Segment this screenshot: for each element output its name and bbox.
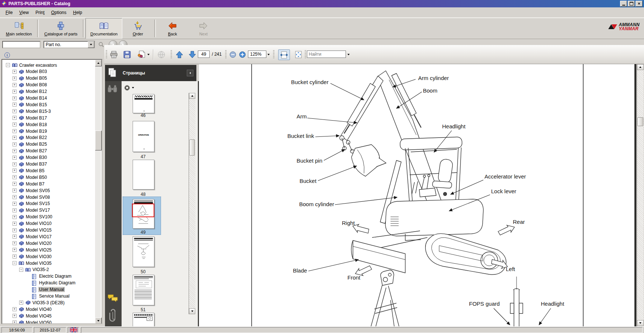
search-icon[interactable] <box>98 41 105 49</box>
tree-expand-expand-icon[interactable]: + <box>13 103 17 107</box>
part-number-input[interactable] <box>2 41 41 48</box>
share-review-button[interactable] <box>136 50 150 59</box>
comments-icon[interactable] <box>107 294 118 304</box>
tree-expand-expand-icon[interactable]: + <box>13 235 17 239</box>
page-number-input[interactable] <box>198 51 210 58</box>
tree-item-model-b15-3[interactable]: +Model B15-3 <box>2 108 94 114</box>
tree-item-model-b17[interactable]: +Model B17 <box>2 115 94 121</box>
tree-item-model-b5[interactable]: +Model B5 <box>2 167 94 174</box>
tree-expand-expand-icon[interactable]: + <box>13 222 17 226</box>
tree-item-model-b08[interactable]: +Model B08 <box>2 82 94 88</box>
menu-options[interactable]: Options <box>48 8 70 17</box>
tree-expand-expand-icon[interactable]: + <box>13 76 17 80</box>
tree-item-user-manual[interactable]: User Manual <box>2 287 94 293</box>
tree-expand-expand-icon[interactable]: + <box>13 254 17 259</box>
tree-item-model-sv100[interactable]: +Model SV100 <box>2 214 94 220</box>
fit-width-button[interactable] <box>278 49 290 60</box>
thumbnails-scrollbar[interactable] <box>189 93 195 314</box>
tree-item-model-b7[interactable]: +Model B7 <box>2 181 94 187</box>
tree-item-model-b18[interactable]: +Model B18 <box>2 121 94 128</box>
catalogue-of-parts-button[interactable]: Catalogue of parts <box>40 18 82 39</box>
tree-expand-expand-icon[interactable]: + <box>13 320 17 324</box>
tree-expand-expand-icon[interactable]: + <box>13 215 17 219</box>
tree-item-model-vio50[interactable]: +Model VIO50 <box>2 319 94 324</box>
document-scroll-down-icon[interactable] <box>637 320 644 326</box>
tree-item-model-vio40[interactable]: +Model VIO40 <box>2 306 94 312</box>
zoom-level-input[interactable]: 125% <box>248 51 266 58</box>
tree-scroll-up-icon[interactable] <box>95 60 102 66</box>
menu-view[interactable]: View <box>16 8 32 17</box>
dropdown-arrow-icon[interactable] <box>88 41 94 48</box>
collapse-panel-button[interactable] <box>187 70 193 76</box>
tree-expand-expand-icon[interactable]: + <box>13 149 17 153</box>
tree-expand-collapse-icon[interactable]: − <box>13 261 17 265</box>
minimize-button[interactable] <box>620 1 627 7</box>
thumbnails-scroll-down-icon[interactable] <box>189 308 195 314</box>
thumbnail-page-47[interactable]: OPERATION <box>133 121 154 152</box>
tree-item-model-b30[interactable]: +Model B30 <box>2 155 94 161</box>
next-page-button[interactable] <box>188 50 197 59</box>
zoom-dropdown-icon[interactable] <box>267 50 270 59</box>
tree-item-model-vio45[interactable]: +Model VIO45 <box>2 313 94 319</box>
tree-item-vio35-2[interactable]: −VIO35-2 <box>2 267 94 273</box>
tree-expand-collapse-icon[interactable]: − <box>19 268 23 272</box>
thumbnails-scrollbar-thumb[interactable] <box>189 139 195 156</box>
tree-item-model-vio35[interactable]: −Model VIO35 <box>2 260 94 266</box>
tree-expand-expand-icon[interactable]: + <box>13 90 17 94</box>
tree-scroll-down-icon[interactable] <box>95 318 102 324</box>
document-scrollbar[interactable] <box>637 64 644 326</box>
print-button[interactable] <box>109 50 118 59</box>
tree-expand-expand-icon[interactable]: + <box>13 195 17 199</box>
order-button[interactable]: Order <box>122 18 153 39</box>
tree-expand-expand-icon[interactable]: + <box>13 96 17 100</box>
tree-item-model-sv17[interactable]: +Model SV17 <box>2 207 94 214</box>
thumbnail-page-50[interactable] <box>133 236 154 267</box>
tree-item-service-manual[interactable]: Service Manual <box>2 293 94 299</box>
attachments-paperclip-icon[interactable] <box>109 308 118 324</box>
tree-expand-expand-icon[interactable]: + <box>13 142 17 146</box>
document-scrollbar-thumb[interactable] <box>637 117 643 126</box>
tree-expand-collapse-icon[interactable]: − <box>6 63 10 67</box>
search-type-dropdown[interactable]: Part no. <box>43 41 95 48</box>
maximize-button[interactable] <box>628 1 635 7</box>
thumbnails-scroll-up-icon[interactable] <box>189 93 195 99</box>
tree-item-hydraulic-diagram[interactable]: Hydraulic Diagram <box>2 280 94 286</box>
tree-item-model-b27[interactable]: +Model B27 <box>2 148 94 154</box>
tree-expand-expand-icon[interactable]: + <box>13 122 17 126</box>
find-dropdown-icon[interactable] <box>347 50 350 59</box>
menu-print[interactable]: Print <box>32 8 48 17</box>
tree-expand-expand-icon[interactable]: + <box>13 188 17 192</box>
tree-expand-expand-icon[interactable]: + <box>13 248 17 252</box>
tree-item-model-b50[interactable]: +Model B50 <box>2 174 94 180</box>
tree-item-model-sv15[interactable]: +Model SV15 <box>2 201 94 207</box>
tree-expand-expand-icon[interactable]: + <box>13 83 17 87</box>
tree-expand-expand-icon[interactable]: + <box>13 136 17 140</box>
thumbnail-page-partial[interactable] <box>133 313 154 327</box>
tree-item-crawler-excavators[interactable]: −Crawler excavators <box>2 62 94 68</box>
tree-item-model-b05[interactable]: +Model B05 <box>2 75 94 81</box>
pages-icon[interactable] <box>108 67 117 79</box>
menu-file[interactable]: File <box>2 8 16 17</box>
tree-item-model-b15[interactable]: +Model B15 <box>2 101 94 108</box>
zoom-in-button[interactable] <box>239 50 246 59</box>
tree-expand-expand-icon[interactable]: + <box>13 175 17 179</box>
tree-item-model-b03[interactable]: +Model B03 <box>2 69 94 75</box>
tree-item-model-vio30[interactable]: +Model VIO30 <box>2 253 94 260</box>
tree-item-model-b22[interactable]: +Model B22 <box>2 135 94 141</box>
tree-expand-expand-icon[interactable]: + <box>13 162 17 166</box>
tree-item-model-vio25[interactable]: +Model VIO25 <box>2 247 94 253</box>
tree-item-model-vio20[interactable]: +Model VIO20 <box>2 240 94 246</box>
binoculars-search-icon[interactable] <box>108 85 117 94</box>
language-flag-icon[interactable] <box>68 327 80 333</box>
menu-help[interactable]: Help <box>70 8 85 17</box>
tree-expand-expand-icon[interactable]: + <box>13 241 17 245</box>
tree-item-model-b25[interactable]: +Model B25 <box>2 141 94 148</box>
tree-item-model-b14[interactable]: +Model B14 <box>2 95 94 101</box>
tree-expand-expand-icon[interactable]: + <box>13 70 17 74</box>
tree-item-model-b19[interactable]: +Model B19 <box>2 128 94 134</box>
thumbnail-page-46[interactable] <box>133 94 154 113</box>
back-button[interactable]: Back <box>157 18 188 39</box>
fit-page-button[interactable] <box>293 49 304 59</box>
tree-item-model-sv05[interactable]: +Model SV05 <box>2 187 94 194</box>
tree-expand-expand-icon[interactable]: + <box>13 228 17 232</box>
